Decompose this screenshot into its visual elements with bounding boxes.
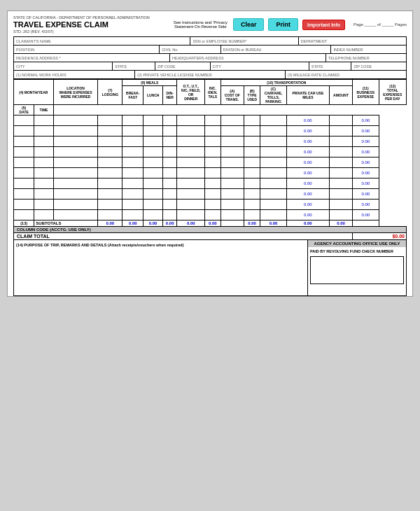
action-buttons: Clear Print Important Info [233,18,345,31]
lunch-header: LUNCH [144,86,163,105]
subtotal-lunch: 0.00 [144,220,163,227]
subtotal-incidentals: 0.00 [177,220,205,227]
clear-button[interactable]: Clear [233,18,265,31]
form-header-left: STATE OF CALIFORNIA - DEPARTMENT OF PERS… [13,15,168,34]
subtotal-miles: 0.00 [260,220,287,227]
table-row: 0.000.00 [14,147,407,158]
bottom-section: (14) PURPOSE OF TRIP, REMARKS AND DETAIL… [13,240,407,296]
hq-address-cell: HEADQUARTERS ADDRESS [170,54,326,62]
page-label: Page [354,22,363,27]
carfare-header: (C)CARFARE,TOLLS,PARKING [260,86,287,105]
time-sub-header: TIME [34,105,53,115]
subtotals-row: (13) SUBTOTALS 0.00 0.00 0.00 0.00 0.00 … [14,220,407,227]
table-row: 0.000.00 [14,158,407,168]
civil-no-cell: CIVIL No. [160,46,220,53]
city-label: CITY [16,64,25,69]
page-info: Page _____ of _____ Pages [351,22,407,27]
telephone-cell: TELEPHONE NUMBER [326,54,406,62]
index-number-cell: INDEX NUMBER [331,46,406,53]
department-cell: DEPARTMENT [299,37,406,45]
type-used-header: (B)TYPEUSED [244,86,260,105]
zip2-label: ZIP CODE [354,64,372,69]
of-label: of [377,22,381,27]
claim-total-value: $0.00 [353,233,407,240]
ot-header: O.T., U.T.,N/C, FIELD,ORDINNER [177,80,205,105]
incidentals-header: INC.IDEN.TALS [205,80,221,105]
agency-accounting-section: AGENCY ACCOUNTING OFFICE USE ONLY PAID B… [308,240,406,295]
vehicle-cell: (2) PRIVATE VEHICLE LICENSE NUMBER [135,71,286,78]
column-code-label: COLUMN CODE (ACCTG. USE ONLY) [14,227,407,233]
city2-cell: CITY [211,62,309,70]
position-label: POSITION [16,48,34,52]
pages-label: Pages [395,22,407,27]
division-bureau-cell: DIVISION or BUREAU [221,46,332,53]
date-sub-header: (5)DATE [14,105,34,115]
mileage-cell: (3) MILEAGE RATE CLAIMED [286,71,406,78]
telephone-label: TELEPHONE NUMBER [328,56,370,60]
paid-by-label: PAID BY REVOLVING FUND CHECK NUMBER [310,249,404,253]
state2-cell: STATE [309,62,352,70]
zip2-cell: ZIP CODE [351,62,406,70]
form-subtitle: STD. 262 (REV. 4/2/07) [13,29,168,34]
subtotal-lodging: 0.00 [98,220,122,227]
table-header-row-3: (5)DATE TIME [14,105,407,115]
department-label: DEPARTMENT [301,39,327,43]
table-row: 0.000.00 [14,210,407,220]
purpose-section: (14) PURPOSE OF TRIP, REMARKS AND DETAIL… [14,240,308,295]
table-row: 0.000.00 [14,178,407,189]
normal-hours-label: (1) NORMAL WORK HOURS [16,73,66,77]
table-row: 0.000.00 [14,115,407,126]
table-row: 0.000.00 [14,136,407,147]
column-code-row: COLUMN CODE (ACCTG. USE ONLY) [14,227,407,233]
residence-cell: RESIDENCE ADDRESS * [14,54,170,62]
breakfast-header: BREAK-FAST [122,86,144,105]
location-header: LOCATIONWHERE EXPENSESWERE INCURRED [53,80,98,105]
business-header: (11)BUSINESSEXPENSE [353,80,379,105]
normal-hours-cell: (1) NORMAL WORK HOURS [14,71,135,78]
ssn-label: SSN or EMPLOYEE NUMBER* [192,39,246,43]
zip-label: ZIP CODE [158,64,176,69]
expense-table-body: 0.000.000.000.000.000.000.000.000.000.00… [14,115,407,220]
residence-label: RESIDENCE ADDRESS * [16,56,61,60]
table-row: 0.000.00 [14,168,407,178]
total-header: (12)TOTALEXPENSESPER DAY [379,80,406,105]
claimants-name-label: CLAIMANT'S NAME [16,39,51,43]
meals-header: (8) MEALS [122,80,177,86]
subtotal-carfare: 0.00 [244,220,260,227]
division-label: DIVISION or BUREAU [223,48,262,52]
claim-total-row: CLAIM TOTAL $0.00 [14,233,407,240]
subtotal-business: 0.00 [329,220,352,227]
subtotal-cost-trans: 0.00 [205,220,221,227]
index-number-label: INDEX NUMBER [333,48,363,52]
month-year-header: (4) MONTH/YEAR [14,80,54,105]
header-row-3: RESIDENCE ADDRESS * HEADQUARTERS ADDRESS… [13,53,407,62]
transportation-header: (10) TRANSPORTATION [220,80,353,86]
subtotals-note: (13) [14,220,34,227]
header-fields: CLAIMANT'S NAME SSN or EMPLOYEE NUMBER* … [13,36,407,79]
instructions-line2: Statement On Reverse Side [174,24,227,29]
miles-header: PRIVATE CAR USEMILES [286,86,329,105]
vehicle-label: (2) PRIVATE VEHICLE LICENSE NUMBER [137,73,211,77]
print-button[interactable]: Print [268,18,298,31]
table-row: 0.000.00 [14,189,407,200]
dinner-header: DIN-NER [162,86,176,105]
lodging-header: (7)LODGING [98,80,122,105]
form-title: TRAVEL EXPENSE CLAIM [13,20,168,29]
form-page: STATE OF CALIFORNIA - DEPARTMENT OF PERS… [7,10,413,297]
state-cell: STATE [113,62,155,70]
subtotal-dinner: 0.00 [162,220,176,227]
header-row-1: CLAIMANT'S NAME SSN or EMPLOYEE NUMBER* … [13,36,407,45]
civil-no-label: CIVIL No. [162,48,178,52]
city-cell: CITY [14,62,113,70]
zip-cell: ZIP CODE [155,62,211,70]
subtotals-label: SUBTOTALS [34,220,98,227]
header-row-5: (1) NORMAL WORK HOURS (2) PRIVATE VEHICL… [13,70,407,79]
mileage-label: (3) MILEAGE RATE CLAIMED [288,73,340,77]
expense-table: (4) MONTH/YEAR LOCATIONWHERE EXPENSESWER… [13,79,407,240]
table-row: 0.000.00 [14,126,407,136]
city2-label: CITY [213,64,222,69]
important-info-button[interactable]: Important Info [302,20,345,30]
agency-accounting-title: AGENCY ACCOUNTING OFFICE USE ONLY [308,240,406,247]
subtotal-breakfast: 0.00 [122,220,144,227]
subtotal-amount: 0.00 [286,220,329,227]
